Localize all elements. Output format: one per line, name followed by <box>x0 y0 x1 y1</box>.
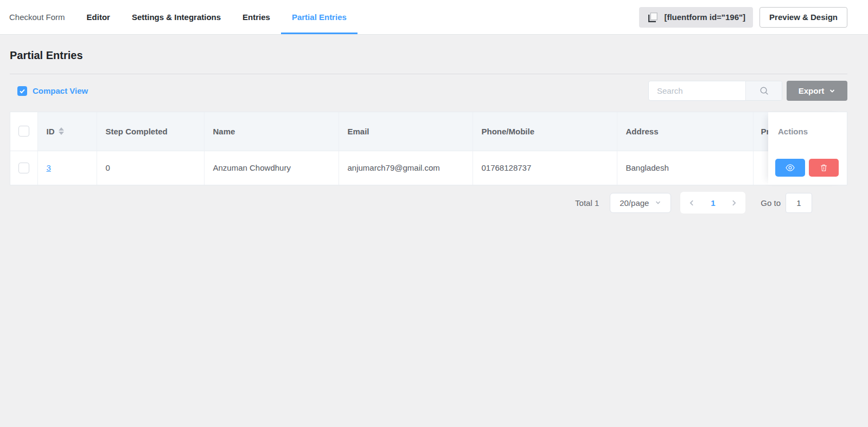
delete-entry-button[interactable] <box>809 159 839 177</box>
table-row: 3 0 Anzuman Chowdhury anjumarch79@gmail.… <box>10 151 847 185</box>
page-size-select[interactable]: 20/page <box>610 193 671 213</box>
copy-icon <box>647 11 659 23</box>
row-select-cell <box>10 151 37 185</box>
shortcode-chip[interactable]: [fluentform id="196"] <box>639 7 753 28</box>
tab-entries[interactable]: Entries <box>242 0 270 34</box>
page-number[interactable]: 1 <box>711 198 715 208</box>
name-cell: Anzuman Chowdhury <box>204 151 339 185</box>
row-actions <box>768 151 847 185</box>
eye-icon <box>785 163 795 173</box>
tab-checkout-form[interactable]: Checkout Form <box>9 0 65 34</box>
search-button[interactable] <box>745 81 782 100</box>
column-header-name: Name <box>204 112 339 151</box>
trash-icon <box>819 163 828 172</box>
column-header-phone: Phone/Mobile <box>473 112 617 151</box>
email-cell: anjumarch79@gmail.com <box>339 151 473 185</box>
phone-cell: 01768128737 <box>473 151 617 185</box>
tab-partial-entries[interactable]: Partial Entries <box>292 0 347 34</box>
chevron-left-icon <box>688 199 695 206</box>
step-completed-cell: 0 <box>97 151 204 185</box>
search-icon <box>759 86 769 96</box>
chevron-down-icon <box>655 199 661 206</box>
tab-editor[interactable]: Editor <box>87 0 110 34</box>
shortcode-text: [fluentform id="196"] <box>664 12 745 22</box>
entry-id-link[interactable]: 3 <box>47 163 51 172</box>
pagination-bar: Total 1 20/page 1 Go to <box>10 192 847 214</box>
compact-view-toggle[interactable]: Compact View <box>17 86 88 96</box>
page-size-value: 20/page <box>620 198 649 208</box>
toolbar-right: Export <box>648 81 847 101</box>
goto-page-input[interactable] <box>786 193 812 213</box>
top-navigation: Checkout Form Editor Settings & Integrat… <box>0 0 868 35</box>
column-header-id-label: ID <box>47 127 55 136</box>
compact-view-label[interactable]: Compact View <box>33 86 88 95</box>
compact-view-checkbox[interactable] <box>17 86 27 96</box>
column-header-id[interactable]: ID <box>37 112 97 151</box>
column-header-email: Email <box>339 112 473 151</box>
page-title: Partial Entries <box>10 49 847 62</box>
prev-page-button[interactable] <box>688 199 695 206</box>
row-checkbox[interactable] <box>18 163 29 173</box>
select-all-cell <box>10 112 37 151</box>
table-header-row: ID Step Completed Name Email Phone/Mobil… <box>10 112 847 151</box>
next-page-button[interactable] <box>730 199 737 206</box>
column-header-actions: Actions <box>768 112 847 151</box>
sort-carets-icon[interactable] <box>59 127 64 135</box>
main-content: Partial Entries Compact View <box>0 49 868 214</box>
total-count: Total 1 <box>575 198 599 208</box>
column-header-address: Address <box>617 112 753 151</box>
view-entry-button[interactable] <box>775 159 805 177</box>
actions-column: Actions <box>768 112 847 185</box>
column-header-step-completed: Step Completed <box>97 112 204 151</box>
export-button[interactable]: Export <box>787 81 847 101</box>
tab-settings-integrations[interactable]: Settings & Integrations <box>132 0 221 34</box>
title-divider <box>10 74 847 74</box>
entry-id-cell: 3 <box>37 151 97 185</box>
pager: 1 <box>680 192 745 214</box>
address-cell: Bangladesh <box>617 151 753 185</box>
search-group <box>648 81 782 101</box>
preview-design-button[interactable]: Preview & Design <box>760 7 847 28</box>
check-icon <box>19 88 25 94</box>
partial-entries-table: ID Step Completed Name Email Phone/Mobil… <box>10 112 847 185</box>
chevron-right-icon <box>730 199 737 206</box>
export-label: Export <box>799 86 825 95</box>
nav-actions: [fluentform id="196"] Preview & Design <box>639 7 847 28</box>
goto-label: Go to <box>761 198 781 208</box>
search-input[interactable] <box>649 81 745 100</box>
entries-toolbar: Compact View Export <box>10 81 847 101</box>
chevron-down-icon <box>829 88 835 94</box>
form-tabs: Checkout Form Editor Settings & Integrat… <box>9 0 347 34</box>
select-all-checkbox[interactable] <box>18 126 29 137</box>
